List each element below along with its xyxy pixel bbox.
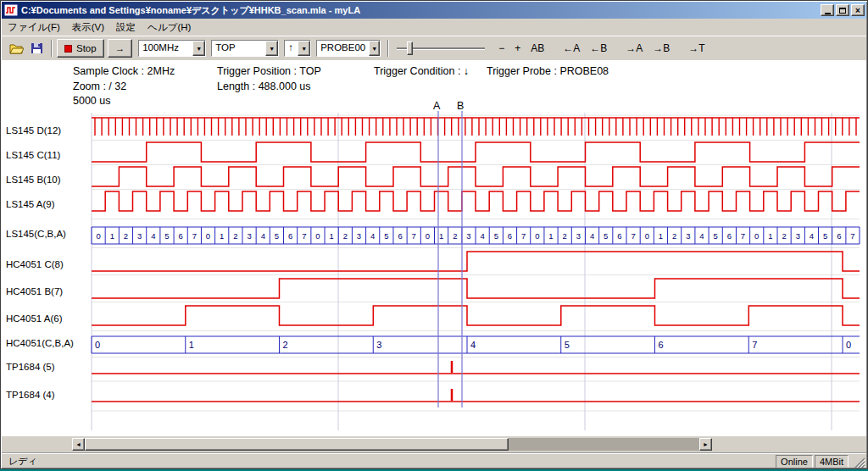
save-button[interactable]	[26, 39, 47, 58]
goto-marker-a-left-button[interactable]: ←A	[558, 40, 585, 57]
goto-trigger-button[interactable]: →T	[683, 40, 709, 57]
stop-icon	[64, 45, 72, 53]
menu-help[interactable]: ヘルプ(H)	[142, 19, 197, 36]
scrollbar-track[interactable]	[85, 438, 699, 451]
title-bar[interactable]: C:¥Documents and Settings¥noname¥デスクトップ¥…	[2, 2, 866, 19]
menu-bar: ファイル(F) 表示(V) 設定 ヘルプ(H)	[2, 19, 866, 36]
trigger-probe-value: PROBE00	[317, 41, 369, 56]
resize-grip[interactable]	[854, 455, 865, 468]
run-button[interactable]: →	[108, 39, 133, 58]
trigger-probe-select[interactable]: PROBE00 ▼	[316, 40, 381, 57]
menu-settings[interactable]: 設定	[110, 19, 142, 36]
trigger-position-value: TOP	[212, 41, 238, 56]
chevron-down-icon[interactable]: ▼	[298, 41, 310, 56]
maximize-button[interactable]	[836, 4, 849, 16]
goto-marker-a-right-button[interactable]: →A	[620, 40, 648, 57]
waveform-panel	[2, 60, 866, 436]
trigger-position-select[interactable]: TOP ▼	[211, 40, 279, 57]
trigger-edge-select[interactable]: ↑ ▼	[284, 40, 311, 57]
clock-select-value: 100MHz	[139, 41, 182, 56]
chevron-down-icon[interactable]: ▼	[369, 41, 380, 56]
goto-marker-b-left-button[interactable]: ←B	[585, 40, 612, 57]
zoom-slider[interactable]	[397, 40, 485, 57]
trigger-edge-value: ↑	[285, 41, 297, 56]
status-online: Online	[776, 455, 813, 468]
minimize-button[interactable]	[821, 4, 834, 16]
app-window: C:¥Documents and Settings¥noname¥デスクトップ¥…	[0, 0, 868, 469]
zoom-slider-thumb[interactable]	[407, 42, 413, 55]
scroll-left-button[interactable]: ◄	[72, 438, 85, 451]
zoom-in-button[interactable]: +	[509, 40, 526, 57]
minimize-icon	[825, 13, 831, 14]
status-bar: レディ Online 4MBit	[2, 452, 866, 469]
toolbar-separator	[387, 40, 389, 57]
goto-marker-b-right-button[interactable]: →B	[648, 40, 675, 57]
status-memory: 4MBit	[815, 455, 849, 468]
close-button[interactable]: ×	[851, 4, 865, 16]
maximize-icon	[839, 8, 846, 14]
open-folder-icon	[9, 42, 24, 54]
app-icon	[4, 4, 18, 16]
floppy-icon	[31, 42, 43, 54]
toolbar: Stop → 100MHz ▼ TOP ▼ ↑ ▼ PROBE00 ▼ − + …	[2, 36, 866, 60]
scroll-right-button[interactable]: ►	[699, 438, 712, 451]
clock-select[interactable]: 100MHz ▼	[138, 40, 206, 57]
chevron-down-icon[interactable]: ▼	[192, 41, 205, 56]
scroll-strip: ◄ ►	[2, 436, 866, 452]
status-text: レディ	[2, 455, 776, 468]
menu-file[interactable]: ファイル(F)	[2, 19, 66, 36]
menu-view[interactable]: 表示(V)	[66, 19, 110, 36]
stop-label: Stop	[76, 43, 97, 53]
toolbar-separator	[51, 40, 53, 57]
horizontal-scrollbar[interactable]: ◄ ►	[72, 438, 712, 451]
chevron-down-icon[interactable]: ▼	[265, 41, 278, 56]
scrollbar-thumb[interactable]	[85, 438, 509, 451]
open-button[interactable]	[6, 39, 26, 58]
zoom-out-button[interactable]: −	[493, 40, 509, 57]
stop-button[interactable]: Stop	[57, 39, 104, 58]
ab-markers-button[interactable]: AB	[526, 40, 549, 57]
window-title: C:¥Documents and Settings¥noname¥デスクトップ¥…	[21, 4, 819, 17]
